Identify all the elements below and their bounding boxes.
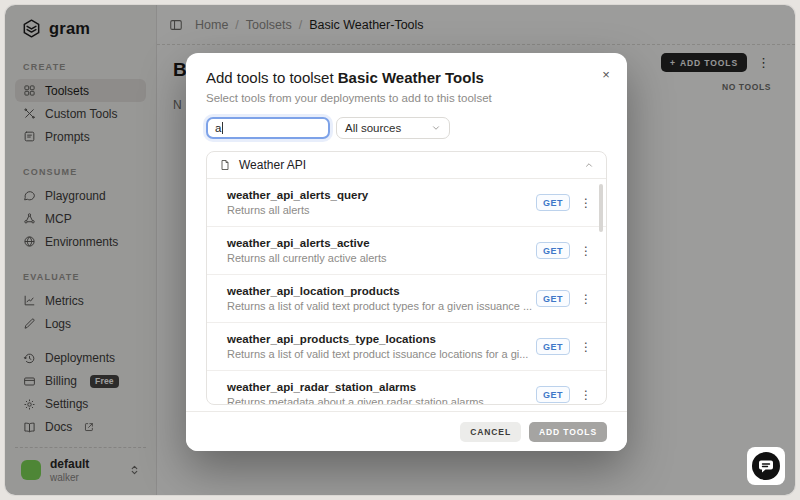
- add-tools-dialog: Add tools to toolset Basic Weather Tools…: [186, 53, 627, 451]
- chat-widget-icon: [751, 451, 781, 481]
- kebab-menu-icon[interactable]: ⋮: [580, 244, 592, 258]
- submit-add-tools-button[interactable]: ADD TOOLS: [529, 422, 607, 442]
- tool-description: Returns metadata about a given radar sta…: [227, 396, 484, 405]
- http-method-badge: GET: [536, 386, 570, 403]
- tool-list: Weather API weather_api_alerts_query Ret…: [206, 151, 607, 405]
- http-method-badge: GET: [536, 290, 570, 307]
- source-filter-select[interactable]: All sources: [336, 117, 450, 139]
- chevron-up-icon[interactable]: [584, 160, 594, 170]
- app-window: gram CREATE Toolsets Custom Tools Prompt…: [5, 5, 795, 495]
- http-method-badge: GET: [536, 242, 570, 259]
- text-caret: [222, 122, 223, 134]
- http-method-badge: GET: [536, 338, 570, 355]
- tool-name: weather_api_alerts_active: [227, 237, 387, 249]
- document-icon: [219, 159, 231, 171]
- search-value: a: [215, 122, 221, 134]
- dialog-footer: CANCEL ADD TOOLS: [186, 411, 627, 451]
- source-filter-value: All sources: [345, 122, 401, 134]
- dialog-title-toolset-name: Basic Weather Tools: [338, 69, 484, 86]
- tool-row[interactable]: weather_api_products_type_locations Retu…: [207, 323, 606, 371]
- cancel-button[interactable]: CANCEL: [460, 422, 521, 442]
- kebab-menu-icon[interactable]: ⋮: [580, 292, 592, 306]
- tool-row[interactable]: weather_api_alerts_active Returns all cu…: [207, 227, 606, 275]
- close-icon[interactable]: ×: [597, 65, 615, 83]
- kebab-menu-icon[interactable]: ⋮: [580, 340, 592, 354]
- chat-widget-button[interactable]: [747, 447, 785, 485]
- tool-name: weather_api_products_type_locations: [227, 333, 528, 345]
- tool-name: weather_api_alerts_query: [227, 189, 368, 201]
- tool-description: Returns all alerts: [227, 204, 368, 216]
- kebab-menu-icon[interactable]: ⋮: [580, 196, 592, 210]
- tool-description: Returns a list of valid text product iss…: [227, 348, 528, 360]
- tool-name: weather_api_radar_station_alarms: [227, 381, 484, 393]
- http-method-badge: GET: [536, 194, 570, 211]
- scrollbar-thumb[interactable]: [599, 184, 603, 232]
- tool-group-header[interactable]: Weather API: [207, 152, 606, 179]
- kebab-menu-icon[interactable]: ⋮: [580, 388, 592, 402]
- tool-name: weather_api_location_products: [227, 285, 532, 297]
- search-input[interactable]: a: [206, 117, 330, 139]
- tool-row[interactable]: weather_api_alerts_query Returns all ale…: [207, 179, 606, 227]
- tool-description: Returns all currently active alerts: [227, 252, 387, 264]
- tool-row[interactable]: weather_api_location_products Returns a …: [207, 275, 606, 323]
- chevron-down-icon: [431, 123, 441, 133]
- tool-description: Returns a list of valid text product typ…: [227, 300, 532, 312]
- dialog-title: Add tools to toolset Basic Weather Tools: [206, 69, 607, 86]
- dialog-subtitle: Select tools from your deployments to ad…: [206, 92, 607, 104]
- tool-row[interactable]: weather_api_radar_station_alarms Returns…: [207, 371, 606, 405]
- tool-group-name: Weather API: [239, 158, 576, 172]
